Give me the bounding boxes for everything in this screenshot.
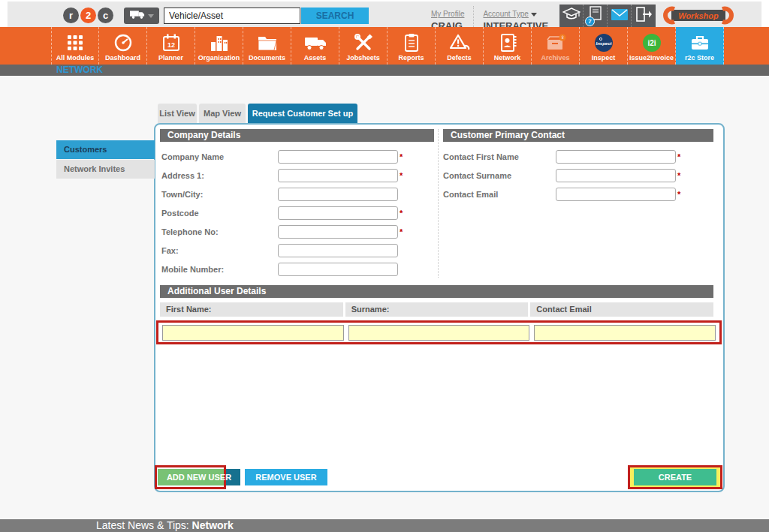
nav-item-documents[interactable]: Documents bbox=[243, 27, 291, 65]
nav-item-label: Dashboard bbox=[105, 54, 140, 62]
nav-item-defects[interactable]: Defects bbox=[436, 27, 484, 65]
nav-item-issue2invoice[interactable]: i2i Issue2Invoice bbox=[628, 27, 676, 65]
nav-item-inspect[interactable]: Inspect Inspect bbox=[580, 27, 628, 65]
news-ticker-bar[interactable]: Latest News & Tips: Network bbox=[0, 519, 769, 532]
header-icon-box: 7 bbox=[559, 5, 656, 27]
nav-item-reports[interactable]: Reports bbox=[388, 27, 436, 65]
column-header-contact-email: Contact Email bbox=[530, 302, 713, 317]
search-input[interactable] bbox=[164, 8, 300, 24]
form-row: Mobile Number: bbox=[161, 260, 436, 278]
nav-item-dashboard[interactable]: Dashboard bbox=[99, 27, 147, 65]
required-asterisk: * bbox=[677, 152, 682, 161]
column-header-first-name: First Name: bbox=[160, 302, 343, 317]
postcode-field[interactable] bbox=[278, 206, 398, 220]
nav-item-label: Organisation bbox=[198, 54, 240, 62]
inspect-circle-text: Inspect bbox=[596, 41, 612, 46]
logout-button[interactable] bbox=[632, 5, 656, 27]
field-label: Address 1: bbox=[161, 171, 278, 180]
calendar-icon: 12 bbox=[161, 32, 181, 53]
nav-item-label: Inspect bbox=[592, 54, 616, 62]
company-details-header: Company Details bbox=[160, 129, 434, 142]
field-label: Telephone No: bbox=[161, 227, 278, 236]
archive-drawer-icon bbox=[545, 32, 566, 53]
nav-item-label: Documents bbox=[249, 54, 285, 62]
breadcrumb: NETWORK bbox=[56, 65, 103, 76]
folder-icon bbox=[257, 32, 278, 53]
nav-item-organisation[interactable]: Organisation bbox=[195, 27, 243, 65]
form-row: Company Name * bbox=[161, 147, 436, 166]
new-user-contact-email-input[interactable] bbox=[534, 325, 716, 341]
mobile-number-field[interactable] bbox=[278, 263, 398, 276]
calendar-day-text: 12 bbox=[167, 41, 174, 49]
workshop-logo[interactable]: Workshop bbox=[662, 5, 734, 29]
logout-door-icon bbox=[635, 6, 653, 26]
app-window: r 2 c SEARCH My Profile CRAIG Account Ty… bbox=[0, 0, 769, 532]
truck-icon bbox=[130, 9, 145, 23]
news-ticker-topic: Network bbox=[192, 519, 234, 531]
nav-item-label: r2c Store bbox=[685, 54, 714, 62]
column-divider bbox=[438, 129, 439, 278]
form-row: Telephone No: * bbox=[161, 222, 436, 241]
column-header-surname: Surname: bbox=[345, 302, 529, 317]
form-row: Fax: bbox=[161, 241, 436, 260]
account-type-link[interactable]: Account Type bbox=[483, 6, 536, 19]
add-new-user-button[interactable] bbox=[158, 469, 240, 485]
nav-item-assets[interactable]: Assets bbox=[291, 27, 339, 65]
contact-surname-field[interactable] bbox=[556, 169, 676, 182]
messages-button[interactable]: 7 bbox=[584, 5, 608, 27]
grid-icon bbox=[66, 32, 84, 53]
company-name-field[interactable] bbox=[278, 150, 398, 164]
tab-map-view[interactable]: Map View bbox=[199, 104, 246, 123]
my-profile-link[interactable]: My Profile bbox=[431, 10, 464, 18]
field-label: Town/City: bbox=[161, 190, 278, 199]
remove-user-button[interactable]: REMOVE USER bbox=[245, 469, 327, 485]
nav-item-label: Planner bbox=[158, 54, 183, 62]
i2i-circle-icon: i2i bbox=[642, 32, 662, 53]
nav-item-label: Jobsheets bbox=[346, 54, 380, 62]
tab-request-customer-setup[interactable]: Request Customer Set up bbox=[248, 104, 357, 123]
create-button[interactable]: CREATE bbox=[634, 469, 716, 485]
nav-item-archives[interactable]: Archives bbox=[532, 27, 580, 65]
field-label: Company Name bbox=[161, 152, 278, 161]
nav-item-jobsheets[interactable]: Jobsheets bbox=[339, 27, 388, 65]
mail-button[interactable] bbox=[608, 5, 632, 27]
form-row: Contact First Name * bbox=[443, 147, 715, 166]
new-user-surname-input[interactable] bbox=[348, 325, 530, 341]
workshop-logo-text: Workshop bbox=[678, 11, 719, 20]
form-row: Address 1: * bbox=[161, 166, 436, 185]
town-city-field[interactable] bbox=[278, 188, 398, 201]
chevron-down-icon bbox=[148, 14, 154, 18]
nav-item-r2c-store[interactable]: r2c Store bbox=[676, 27, 724, 65]
truck-icon bbox=[304, 32, 327, 53]
nav-item-label: Issue2Invoice bbox=[629, 54, 674, 62]
field-label: Contact First Name bbox=[443, 152, 556, 161]
warning-triangle-icon bbox=[449, 32, 470, 53]
training-button[interactable] bbox=[559, 5, 584, 27]
required-asterisk: * bbox=[400, 152, 404, 161]
address-1-field[interactable] bbox=[278, 169, 398, 182]
module-nav: All Modules Dashboard 12 Planner Organis… bbox=[0, 27, 769, 65]
create-button-annotation: CREATE bbox=[628, 465, 722, 489]
primary-contact-header: Customer Primary Contact bbox=[443, 129, 713, 142]
tools-icon bbox=[354, 32, 373, 53]
telephone-field[interactable] bbox=[278, 225, 398, 239]
new-user-first-name-input[interactable] bbox=[162, 325, 344, 341]
additional-user-details-header: Additional User Details bbox=[160, 285, 713, 298]
required-asterisk: * bbox=[400, 209, 404, 218]
required-asterisk: * bbox=[677, 190, 682, 199]
fax-field[interactable] bbox=[278, 244, 398, 257]
sidebar-item-customers[interactable]: Customers bbox=[56, 140, 155, 159]
tab-list-view[interactable]: List View bbox=[158, 104, 197, 123]
nav-item-planner[interactable]: 12 Planner bbox=[147, 27, 195, 65]
form-row: Town/City: bbox=[161, 185, 436, 203]
contact-first-name-field[interactable] bbox=[556, 150, 676, 164]
nav-item-network[interactable]: Network bbox=[484, 27, 532, 65]
search-button[interactable]: SEARCH bbox=[301, 8, 369, 24]
search-type-dropdown[interactable] bbox=[124, 8, 159, 24]
nav-item-all-modules[interactable]: All Modules bbox=[51, 27, 99, 65]
news-ticker-prefix: Latest News & Tips: bbox=[96, 519, 192, 531]
user-table-header: First Name: Surname: Contact Email bbox=[160, 302, 713, 317]
field-label: Mobile Number: bbox=[161, 265, 278, 274]
sidebar-item-network-invites[interactable]: Network Invites bbox=[56, 160, 155, 179]
contact-email-field[interactable] bbox=[556, 188, 676, 201]
